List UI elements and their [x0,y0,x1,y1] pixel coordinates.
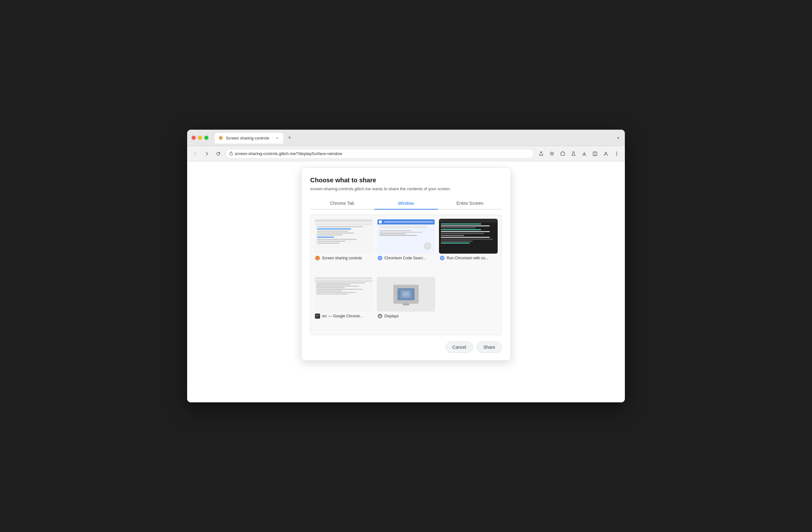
screen-share-dialog: Choose what to share screen-sharing-cont… [301,168,511,360]
window-label-2: Chromium Code Searc... [377,254,435,261]
extension-icon[interactable] [558,149,567,158]
browser-tab[interactable]: Screen sharing controls × [214,132,284,144]
window-preview-4 [314,277,373,312]
dialog-footer: Cancel Share [310,341,502,353]
window-label-1: Screen sharing controls [314,254,373,261]
window-name-1: Screen sharing controls [322,256,362,260]
window-item-run-chromium[interactable]: Run Chromium with co... [439,219,498,273]
window-label-3: Run Chromium with co... [439,254,498,261]
traffic-lights [192,136,208,140]
svg-rect-19 [316,316,318,316]
omnibar: screen-sharing-controls.glitch.me/?displ… [187,146,625,161]
dialog-title: Choose what to share [310,177,502,184]
window-name-5: Displays [385,314,399,318]
window-item-src-chrome[interactable]: src — Google Chrome... [314,277,373,331]
share-button[interactable]: Share [477,341,502,353]
window-preview-1 [314,219,373,254]
chrome-blue-icon-2 [440,255,445,261]
window-item-displays[interactable]: Displays [377,277,435,331]
window-name-2: Chromium Code Searc... [385,256,426,260]
tab-bar: Screen sharing controls × + ▾ [214,132,620,144]
windows-grid: Screen sharing controls [310,215,502,335]
refresh-button[interactable] [214,149,223,158]
chrome-orange-icon [315,255,320,261]
tab-title: Screen sharing controls [226,136,272,141]
window-item-screen-sharing[interactable]: Screen sharing controls [314,219,373,273]
tab-entire-screen[interactable]: Entire Screen [438,197,502,209]
svg-point-4 [605,152,607,154]
svg-point-7 [616,155,617,156]
new-tab-button[interactable]: + [285,133,294,142]
download-icon[interactable] [580,149,589,158]
tab-close-button[interactable]: × [275,135,280,141]
svg-rect-2 [230,153,232,155]
chrome-black-icon [315,313,320,319]
cancel-button[interactable]: Cancel [446,341,473,353]
menu-icon[interactable] [612,149,621,158]
url-text: screen-sharing-controls.glitch.me/?displ… [235,151,530,156]
window-item-chromium-code[interactable]: Chromium Code Searc... [377,219,435,273]
back-button[interactable] [191,149,200,158]
forward-button[interactable] [202,149,211,158]
lock-icon [229,151,233,156]
flask-icon[interactable] [569,149,578,158]
address-bar[interactable]: screen-sharing-controls.glitch.me/?displ… [225,149,534,159]
share-tabs: Chrome Tab Window Entire Screen [310,197,502,210]
window-name-4: src — Google Chrome... [322,314,363,318]
svg-point-6 [616,153,617,154]
profile-icon[interactable] [601,149,610,158]
traffic-light-close[interactable] [192,136,196,140]
svg-point-5 [616,151,617,152]
window-preview-5 [377,277,435,312]
window-label-4: src — Google Chrome... [314,312,373,319]
tab-chrome-tab[interactable]: Chrome Tab [310,197,374,209]
dialog-overlay: Choose what to share screen-sharing-cont… [187,161,625,402]
window-name-3: Run Chromium with co... [447,256,488,260]
svg-point-1 [220,137,222,139]
tab-window[interactable]: Window [374,197,438,209]
window-preview-2 [377,219,435,254]
browser-content: Choose what to share screen-sharing-cont… [187,161,625,402]
browser-window: Screen sharing controls × + ▾ [187,130,625,402]
title-bar: Screen sharing controls × + ▾ [187,130,625,146]
traffic-light-maximize[interactable] [204,136,208,140]
displays-icon [377,313,382,319]
dialog-subtitle: screen-sharing-controls.glitch.me wants … [310,187,502,191]
chrome-blue-icon [377,255,382,261]
svg-rect-20 [316,317,319,317]
split-icon[interactable] [591,149,599,158]
svg-point-13 [379,257,381,259]
svg-point-16 [441,257,443,259]
tab-favicon [218,135,223,141]
window-label-5: Displays [377,312,435,319]
svg-rect-18 [316,315,319,315]
window-preview-3 [439,219,498,254]
traffic-light-minimize[interactable] [198,136,202,140]
toolbar-icons [537,149,621,158]
star-icon[interactable] [548,149,556,158]
share-toolbar-icon[interactable] [537,149,546,158]
tab-dropdown-button[interactable]: ▾ [616,134,620,142]
